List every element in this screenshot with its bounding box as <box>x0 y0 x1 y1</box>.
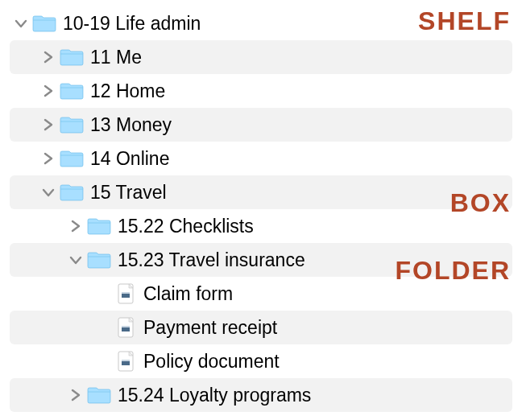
chevron-right-icon[interactable] <box>42 118 55 131</box>
row-label: 10-19 Life admin <box>63 13 201 35</box>
folder-icon <box>60 149 84 168</box>
folder-icon <box>60 183 84 202</box>
row-label: Payment receipt <box>143 317 277 339</box>
row-label: 15 Travel <box>90 182 167 204</box>
row-label: 15.22 Checklists <box>118 216 254 237</box>
folder-icon <box>87 250 111 270</box>
folder-icon <box>60 47 84 67</box>
row-label: 11 Me <box>90 47 142 68</box>
annotation-shelf: SHELF <box>418 6 511 36</box>
tree-row-file-policy[interactable]: Policy document <box>10 344 512 378</box>
chevron-down-icon[interactable] <box>14 17 27 30</box>
folder-icon <box>32 14 56 33</box>
tree-row-checklists[interactable]: 15.22 Checklists <box>10 209 512 243</box>
annotation-box: BOX <box>450 188 511 218</box>
row-label: 15.23 Travel insurance <box>118 249 305 271</box>
tree-row-file-receipt[interactable]: Payment receipt <box>10 311 512 344</box>
tree-row-me[interactable]: 11 Me <box>10 40 512 74</box>
row-label: Claim form <box>143 283 233 305</box>
row-label: 15.24 Loyalty programs <box>118 385 311 406</box>
file-icon <box>118 283 135 304</box>
folder-icon <box>60 115 84 134</box>
chevron-right-icon[interactable] <box>69 220 82 233</box>
folder-icon <box>60 81 84 101</box>
tree-row-home[interactable]: 12 Home <box>10 74 512 108</box>
file-icon <box>118 351 135 372</box>
chevron-down-icon[interactable] <box>42 186 55 199</box>
file-icon <box>118 317 135 338</box>
chevron-right-icon[interactable] <box>42 152 55 165</box>
row-label: 12 Home <box>90 80 165 102</box>
tree-row-online[interactable]: 14 Online <box>10 142 512 175</box>
row-label: Policy document <box>143 351 280 373</box>
tree-row-travel[interactable]: 15 Travel <box>10 175 512 209</box>
row-label: 13 Money <box>90 114 172 136</box>
folder-icon <box>87 385 111 405</box>
chevron-down-icon[interactable] <box>69 253 82 266</box>
chevron-right-icon[interactable] <box>69 389 82 401</box>
annotation-folder: FOLDER <box>395 256 511 286</box>
tree-row-loyalty[interactable]: 15.24 Loyalty programs <box>10 378 512 412</box>
tree-row-money[interactable]: 13 Money <box>10 108 512 142</box>
chevron-right-icon[interactable] <box>42 51 55 64</box>
row-label: 14 Online <box>90 148 169 170</box>
chevron-right-icon[interactable] <box>42 84 55 97</box>
folder-tree: 10-19 Life admin 11 Me 12 Home 13 Money <box>10 6 512 412</box>
folder-icon <box>87 216 111 236</box>
